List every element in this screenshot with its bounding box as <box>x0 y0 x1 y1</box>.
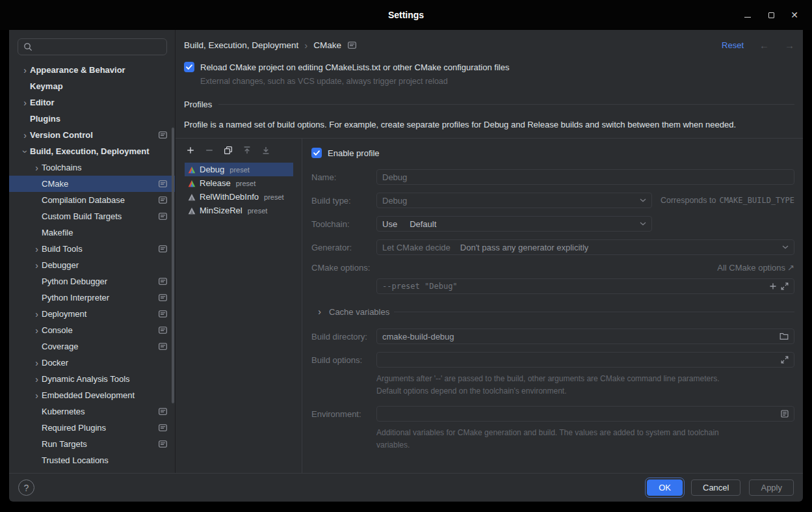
remove-icon[interactable] <box>205 146 214 155</box>
copy-icon[interactable] <box>224 146 233 155</box>
cache-variables-toggle[interactable]: › Cache variables <box>311 306 794 317</box>
apply-button[interactable]: Apply <box>749 479 794 496</box>
add-icon[interactable] <box>186 146 195 155</box>
sidebar-item-kubernetes[interactable]: Kubernetes <box>9 403 175 420</box>
settings-search-box[interactable] <box>18 38 167 55</box>
sidebar-scrollbar[interactable] <box>172 128 174 403</box>
sidebar-item-label: Required Plugins <box>42 423 106 433</box>
sidebar-item-custom-build-targets[interactable]: Custom Build Targets <box>9 208 175 224</box>
sidebar-item-makefile[interactable]: Makefile <box>9 224 175 241</box>
chevron-right-icon[interactable]: › <box>32 309 42 319</box>
sidebar-item-editor[interactable]: ›Editor <box>9 94 175 111</box>
project-settings-icon <box>159 310 167 317</box>
sidebar-item-toolchains[interactable]: ›Toolchains <box>9 159 175 176</box>
name-field[interactable] <box>376 169 794 185</box>
chevron-right-icon[interactable]: › <box>32 244 42 254</box>
sidebar-item-label: Deployment <box>42 309 86 319</box>
cmake-options-field[interactable]: --preset "Debug" <box>376 278 794 294</box>
toolchain-prefix: Use <box>382 219 397 229</box>
back-icon[interactable]: ← <box>759 40 769 51</box>
chevron-right-icon[interactable]: › <box>32 163 42 173</box>
search-input[interactable] <box>36 42 161 52</box>
build-options-label: Build options: <box>311 355 376 365</box>
build-options-field[interactable] <box>376 352 794 368</box>
expand-icon[interactable] <box>781 282 789 290</box>
expand-icon[interactable] <box>781 356 789 364</box>
sidebar-item-debugger[interactable]: ›Debugger <box>9 257 175 273</box>
sidebar-item-label: Console <box>42 325 73 335</box>
breadcrumb-segment-cmake[interactable]: CMake <box>313 40 341 50</box>
chevron-spacer <box>32 407 42 417</box>
profile-item-relwithdebinfo[interactable]: RelWithDebInfopreset <box>185 190 293 204</box>
profile-item-release[interactable]: Releasepreset <box>185 176 293 190</box>
chevron-down-icon[interactable] <box>640 198 646 202</box>
build-type-label: Build type: <box>311 196 376 206</box>
chevron-right-icon[interactable]: › <box>20 98 30 108</box>
generator-select[interactable]: Let CMake decide Don't pass any generato… <box>376 239 794 255</box>
chevron-right-icon[interactable]: › <box>32 374 42 384</box>
sidebar-item-console[interactable]: ›Console <box>9 322 175 338</box>
sidebar-item-dynamic-analysis-tools[interactable]: ›Dynamic Analysis Tools <box>9 371 175 387</box>
sidebar-item-keymap[interactable]: Keymap <box>9 78 175 94</box>
cache-variables-label: Cache variables <box>329 307 389 317</box>
sidebar-item-required-plugins[interactable]: Required Plugins <box>9 420 175 436</box>
sidebar-item-coverage[interactable]: Coverage <box>9 338 175 355</box>
folder-icon[interactable] <box>779 332 789 340</box>
variables-icon[interactable] <box>781 410 789 418</box>
move-down-icon[interactable] <box>261 146 270 155</box>
toolchain-select[interactable]: Use Default <box>376 216 652 232</box>
chevron-right-icon[interactable]: › <box>20 130 30 141</box>
sidebar-item-build-execution-deployment[interactable]: ›Build, Execution, Deployment <box>9 143 175 159</box>
sidebar-item-appearance-behavior[interactable]: ›Appearance & Behavior <box>9 62 175 78</box>
build-directory-field[interactable]: cmake-build-debug <box>376 329 794 344</box>
add-icon[interactable] <box>769 282 777 290</box>
project-settings-icon <box>159 327 167 334</box>
sidebar-item-cmake[interactable]: CMake <box>9 176 175 192</box>
chevron-down-icon[interactable] <box>782 245 789 249</box>
name-input[interactable] <box>382 172 789 182</box>
all-cmake-options-link[interactable]: All CMake options ↗ <box>717 263 794 273</box>
sidebar-item-run-targets[interactable]: Run Targets <box>9 436 175 452</box>
forward-icon[interactable]: → <box>785 40 794 51</box>
sidebar-item-docker[interactable]: ›Docker <box>9 355 175 371</box>
sidebar-item-python-debugger[interactable]: Python Debugger <box>9 273 175 290</box>
sidebar-item-deployment[interactable]: ›Deployment <box>9 306 175 322</box>
profile-item-minsizerel[interactable]: MinSizeRelpreset <box>185 204 293 217</box>
chevron-down-icon[interactable] <box>640 222 646 226</box>
cmake-options-value: --preset "Debug" <box>382 282 458 291</box>
build-type-note: Corresponds to CMAKE_BUILD_TYPE <box>661 196 794 205</box>
chevron-right-icon[interactable]: › <box>32 358 42 368</box>
enable-profile-checkbox[interactable] <box>311 148 322 158</box>
sidebar-item-version-control[interactable]: ›Version Control <box>9 127 175 143</box>
sidebar-item-label: Makefile <box>42 228 73 237</box>
chevron-right-icon[interactable]: › <box>20 65 30 75</box>
cancel-button[interactable]: Cancel <box>691 479 740 496</box>
minimize-button[interactable] <box>743 10 752 20</box>
build-type-select[interactable]: Debug <box>376 193 652 208</box>
maximize-button[interactable] <box>766 10 776 20</box>
breadcrumb-segment-build-execution-deployment[interactable]: Build, Execution, Deployment <box>184 40 298 50</box>
close-button[interactable]: ✕ <box>790 10 799 20</box>
sidebar-item-compilation-database[interactable]: Compilation Database <box>9 192 175 208</box>
chevron-right-icon[interactable]: › <box>32 390 42 401</box>
profile-item-debug[interactable]: Debugpreset <box>185 163 293 176</box>
sidebar-item-build-tools[interactable]: ›Build Tools <box>9 241 175 257</box>
reset-link[interactable]: Reset <box>722 40 744 50</box>
chevron-right-icon[interactable]: › <box>32 260 42 271</box>
chevron-right-icon[interactable]: › <box>32 325 42 336</box>
sidebar-item-trusted-locations[interactable]: Trusted Locations <box>9 452 175 468</box>
chevron-down-icon[interactable]: › <box>20 146 31 156</box>
minimize-icon <box>744 17 751 18</box>
sidebar-item-python-interpreter[interactable]: Python Interpreter <box>9 290 175 306</box>
reload-cmake-checkbox[interactable] <box>184 62 194 72</box>
project-settings-icon <box>348 42 356 49</box>
sidebar-item-embedded-development[interactable]: ›Embedded Development <box>9 387 175 403</box>
ok-button[interactable]: OK <box>647 479 683 496</box>
move-up-icon[interactable] <box>242 146 252 155</box>
environment-field[interactable] <box>376 406 794 422</box>
sidebar-item-plugins[interactable]: Plugins <box>9 111 175 127</box>
sidebar-item-label: Appearance & Behavior <box>30 65 125 75</box>
project-settings-icon <box>159 408 167 415</box>
build-directory-value: cmake-build-debug <box>382 332 454 342</box>
help-button[interactable]: ? <box>18 479 34 496</box>
